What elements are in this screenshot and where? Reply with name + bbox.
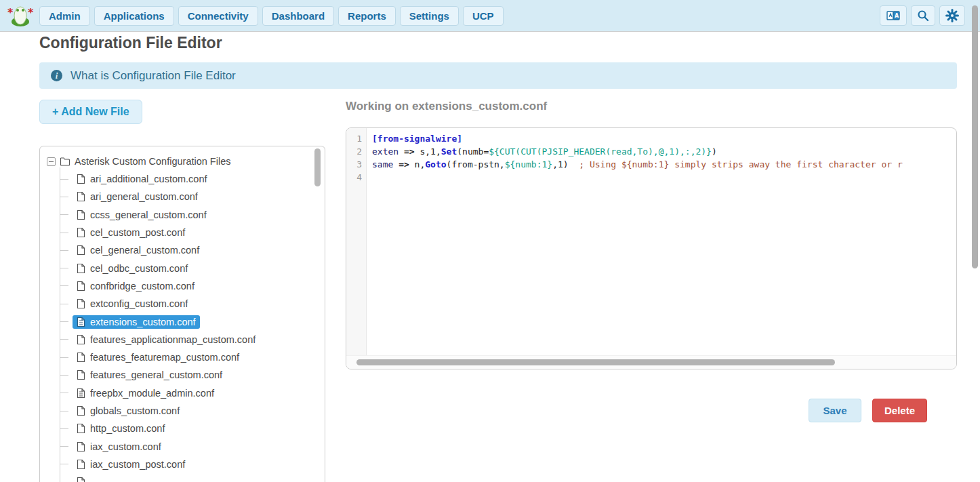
nav-tab-ucp[interactable]: UCP: [463, 6, 504, 26]
code-line: 2exten => s,1,Set(numb=${CUT(CUT(PJSIP_H…: [346, 145, 956, 158]
file-name: ccss_general_custom.conf: [90, 209, 207, 220]
file-icon: [77, 441, 85, 452]
tree-root-label: Asterisk Custom Configuration Files: [75, 156, 230, 167]
file-icon: [77, 209, 85, 220]
tree-item[interactable]: confbridge_custom.conf: [56, 277, 318, 295]
tree-connector-line: [60, 446, 68, 447]
nav-tab-admin[interactable]: Admin: [39, 6, 90, 26]
tree-item[interactable]: cel_general_custom.conf: [56, 241, 318, 259]
editor-actions: Save Delete: [346, 399, 957, 422]
file-icon: [77, 459, 85, 470]
search-icon: [917, 9, 929, 22]
file-icon: [77, 369, 85, 380]
tree-connector-line: [60, 179, 68, 180]
file-icon: [77, 423, 85, 434]
tree-item[interactable]: http_custom.conf: [56, 420, 318, 437]
tree-item[interactable]: cel_custom_post.conf: [56, 224, 318, 241]
code-text: exten => s,1,Set(numb=${CUT(CUT(PJSIP_HE…: [367, 145, 956, 158]
add-new-file-label: Add New File: [61, 106, 129, 117]
tree-item[interactable]: ari_general_custom.conf: [56, 188, 318, 205]
freepbx-logo[interactable]: * *: [5, 4, 35, 27]
file-icon: [77, 174, 85, 184]
tree-connector-line: [60, 214, 68, 215]
tree-item[interactable]: iax_custom_post.conf: [56, 456, 318, 473]
nav-tab-reports[interactable]: Reports: [338, 6, 396, 26]
tree-connector-line: [60, 285, 68, 286]
code-editor-area[interactable]: 1[from-signalwire]2exten => s,1,Set(numb…: [346, 128, 956, 355]
folder-icon: [60, 157, 70, 166]
file-name: iax_custom_post.conf: [90, 459, 185, 470]
delete-button[interactable]: Delete: [872, 399, 927, 422]
editor-hscroll-track: [346, 355, 956, 369]
nav-tab-settings[interactable]: Settings: [400, 6, 459, 26]
collapse-icon[interactable]: [47, 157, 56, 166]
language-button[interactable]: A: [880, 5, 907, 26]
tree-root-folder[interactable]: Asterisk Custom Configuration Files: [47, 153, 318, 170]
file-icon: [77, 334, 85, 345]
editor-hscroll-thumb[interactable]: [356, 359, 835, 365]
code-editor: 1[from-signalwire]2exten => s,1,Set(numb…: [346, 127, 957, 369]
page-title: Configuration File Editor: [39, 34, 222, 52]
nav-right-icons: A: [880, 5, 975, 26]
file-name: iax_custom.conf: [90, 441, 161, 452]
file-name: features_applicationmap_custom.conf: [90, 334, 256, 345]
tree-connector-line: [60, 357, 68, 358]
file-lines-icon: [77, 317, 85, 327]
tree-connector-line: [60, 321, 68, 322]
code-text: same => n,Goto(from-pstn,${numb:1},1) ; …: [367, 158, 956, 171]
line-number: 4: [346, 171, 367, 184]
tree-item[interactable]: cel_odbc_custom.conf: [56, 259, 318, 277]
tree-children: ari_additional_custom.confari_general_cu…: [56, 170, 318, 482]
plus-icon: +: [52, 106, 58, 117]
file-name: cel_custom_post.conf: [90, 227, 185, 238]
search-button[interactable]: [911, 5, 935, 26]
nav-tab-dashboard[interactable]: Dashboard: [262, 6, 334, 26]
tree-item[interactable]: extensions_custom.conf: [56, 313, 318, 330]
file-name: globals_custom.conf: [90, 405, 180, 416]
tree-scrollbar[interactable]: [314, 148, 321, 186]
tree-connector-line: [60, 304, 68, 304]
file-name: features_general_custom.conf: [90, 369, 222, 380]
file-name: features_featuremap_custom.conf: [90, 352, 239, 363]
save-button[interactable]: Save: [809, 399, 861, 422]
page-scrollbar[interactable]: [972, 5, 978, 268]
file-icon: [77, 245, 85, 256]
tree-item[interactable]: features_general_custom.conf: [56, 366, 318, 384]
line-number: 2: [346, 145, 367, 158]
file-tree-panel: Asterisk Custom Configuration Files ari_…: [39, 146, 325, 482]
file-icon: [77, 298, 85, 309]
file-name: confbridge_custom.conf: [90, 281, 195, 292]
nav-tabs: AdminApplicationsConnectivityDashboardRe…: [39, 6, 504, 26]
tree-item[interactable]: [56, 473, 318, 482]
nav-tab-connectivity[interactable]: Connectivity: [178, 6, 258, 26]
tree-item[interactable]: ccss_general_custom.conf: [56, 206, 318, 224]
settings-button[interactable]: [939, 5, 965, 26]
file-name: ari_general_custom.conf: [90, 191, 198, 202]
top-navbar: * * AdminApplicationsConnectivityDashboa…: [0, 0, 980, 32]
file-icon: [77, 352, 85, 363]
tree-item[interactable]: features_featuremap_custom.conf: [56, 348, 318, 366]
file-icon: [77, 281, 85, 292]
info-banner[interactable]: i What is Configuration File Editor: [39, 62, 957, 89]
line-number: 3: [346, 158, 367, 171]
tree-item[interactable]: freepbx_module_admin.conf: [56, 384, 318, 402]
info-text: What is Configuration File Editor: [70, 69, 236, 83]
tree-item[interactable]: extconfig_custom.conf: [56, 295, 318, 313]
nav-tab-applications[interactable]: Applications: [94, 6, 174, 26]
tree-item[interactable]: iax_custom.conf: [56, 437, 318, 455]
add-new-file-button[interactable]: + Add New File: [39, 100, 142, 124]
file-icon: [77, 227, 85, 238]
tree-connector-line: [60, 268, 68, 268]
info-icon: i: [51, 70, 62, 81]
tree-connector-line: [60, 375, 68, 376]
file-name: freepbx_module_admin.conf: [90, 388, 214, 399]
code-line: 4: [346, 171, 956, 184]
tree-connector-line: [60, 339, 68, 340]
working-on-title: Working on extensions_custom.conf: [346, 100, 547, 113]
file-icon: [77, 477, 85, 482]
tree-connector-line: [60, 464, 68, 464]
file-name: extensions_custom.conf: [90, 317, 196, 327]
tree-item[interactable]: ari_additional_custom.conf: [56, 170, 318, 188]
tree-item[interactable]: globals_custom.conf: [56, 402, 318, 420]
tree-item[interactable]: features_applicationmap_custom.conf: [56, 331, 318, 348]
